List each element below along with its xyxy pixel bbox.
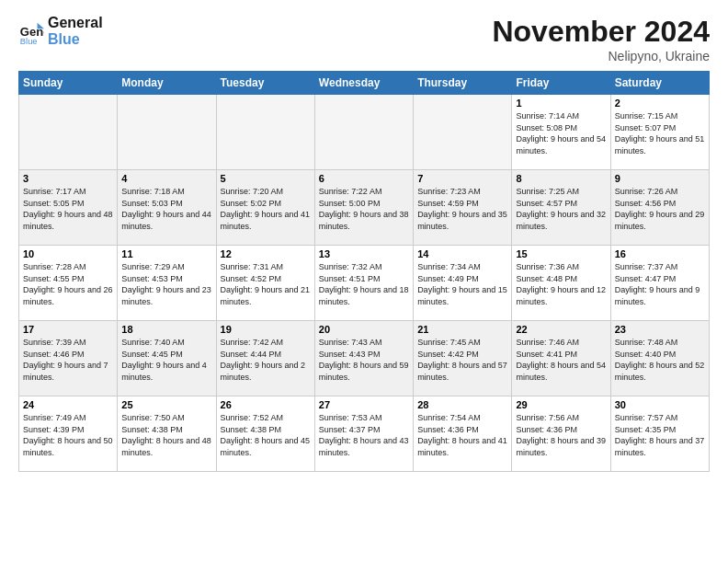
day-number: 30 bbox=[615, 399, 705, 410]
day-number: 5 bbox=[221, 173, 311, 184]
header-row: SundayMondayTuesdayWednesdayThursdayFrid… bbox=[19, 72, 710, 95]
header-saturday: Saturday bbox=[610, 72, 709, 95]
day-number: 7 bbox=[417, 173, 507, 184]
day-info: Sunrise: 7:28 AMSunset: 4:55 PMDaylight:… bbox=[23, 261, 113, 307]
day-cell bbox=[19, 95, 118, 170]
day-number: 13 bbox=[319, 248, 409, 259]
day-number: 21 bbox=[417, 324, 507, 335]
logo-icon: General Blue bbox=[18, 18, 44, 44]
day-cell: 15Sunrise: 7:36 AMSunset: 4:48 PMDayligh… bbox=[512, 246, 610, 321]
day-cell: 10Sunrise: 7:28 AMSunset: 4:55 PMDayligh… bbox=[19, 246, 118, 321]
week-row-2: 10Sunrise: 7:28 AMSunset: 4:55 PMDayligh… bbox=[19, 246, 710, 321]
day-cell: 25Sunrise: 7:50 AMSunset: 4:38 PMDayligh… bbox=[118, 396, 216, 472]
day-cell: 14Sunrise: 7:34 AMSunset: 4:49 PMDayligh… bbox=[414, 246, 512, 321]
day-cell: 21Sunrise: 7:45 AMSunset: 4:42 PMDayligh… bbox=[414, 321, 512, 396]
day-number: 12 bbox=[221, 248, 311, 259]
day-cell: 30Sunrise: 7:57 AMSunset: 4:35 PMDayligh… bbox=[610, 396, 709, 472]
day-cell: 4Sunrise: 7:18 AMSunset: 5:03 PMDaylight… bbox=[118, 170, 216, 246]
title-block: November 2024 Nelipyno, Ukraine bbox=[492, 15, 710, 63]
header-tuesday: Tuesday bbox=[216, 72, 314, 95]
day-info: Sunrise: 7:57 AMSunset: 4:35 PMDaylight:… bbox=[615, 412, 705, 458]
day-cell bbox=[118, 95, 216, 170]
day-number: 3 bbox=[23, 173, 113, 184]
day-info: Sunrise: 7:40 AMSunset: 4:45 PMDaylight:… bbox=[121, 337, 211, 383]
day-info: Sunrise: 7:14 AMSunset: 5:08 PMDaylight:… bbox=[516, 110, 606, 156]
logo-general: General bbox=[48, 15, 103, 31]
day-cell: 26Sunrise: 7:52 AMSunset: 4:38 PMDayligh… bbox=[216, 396, 314, 472]
day-info: Sunrise: 7:46 AMSunset: 4:41 PMDaylight:… bbox=[516, 337, 606, 383]
location: Nelipyno, Ukraine bbox=[492, 49, 710, 63]
day-cell: 24Sunrise: 7:49 AMSunset: 4:39 PMDayligh… bbox=[19, 396, 118, 472]
day-number: 9 bbox=[615, 173, 705, 184]
day-number: 11 bbox=[121, 248, 211, 259]
day-number: 22 bbox=[516, 324, 606, 335]
day-info: Sunrise: 7:39 AMSunset: 4:46 PMDaylight:… bbox=[23, 337, 113, 383]
day-info: Sunrise: 7:56 AMSunset: 4:36 PMDaylight:… bbox=[516, 412, 606, 458]
week-row-1: 3Sunrise: 7:17 AMSunset: 5:05 PMDaylight… bbox=[19, 170, 710, 246]
day-number: 25 bbox=[121, 399, 211, 410]
day-cell bbox=[314, 95, 413, 170]
day-info: Sunrise: 7:25 AMSunset: 4:57 PMDaylight:… bbox=[516, 186, 606, 232]
day-info: Sunrise: 7:32 AMSunset: 4:51 PMDaylight:… bbox=[319, 261, 409, 307]
day-cell: 7Sunrise: 7:23 AMSunset: 4:59 PMDaylight… bbox=[414, 170, 512, 246]
day-info: Sunrise: 7:29 AMSunset: 4:53 PMDaylight:… bbox=[121, 261, 211, 307]
day-cell bbox=[216, 95, 314, 170]
header-thursday: Thursday bbox=[414, 72, 512, 95]
day-number: 17 bbox=[23, 324, 113, 335]
day-number: 1 bbox=[516, 98, 606, 109]
day-cell: 1Sunrise: 7:14 AMSunset: 5:08 PMDaylight… bbox=[512, 95, 610, 170]
week-row-0: 1Sunrise: 7:14 AMSunset: 5:08 PMDaylight… bbox=[19, 95, 710, 170]
day-info: Sunrise: 7:53 AMSunset: 4:37 PMDaylight:… bbox=[319, 412, 409, 458]
header-monday: Monday bbox=[118, 72, 216, 95]
day-info: Sunrise: 7:34 AMSunset: 4:49 PMDaylight:… bbox=[417, 261, 507, 307]
day-number: 23 bbox=[615, 324, 705, 335]
day-number: 19 bbox=[221, 324, 311, 335]
day-number: 2 bbox=[615, 98, 705, 109]
page: General Blue General Blue November 2024 … bbox=[0, 0, 728, 563]
logo-blue: Blue bbox=[48, 31, 103, 48]
day-info: Sunrise: 7:42 AMSunset: 4:44 PMDaylight:… bbox=[221, 337, 311, 383]
day-info: Sunrise: 7:15 AMSunset: 5:07 PMDaylight:… bbox=[615, 110, 705, 156]
day-cell: 9Sunrise: 7:26 AMSunset: 4:56 PMDaylight… bbox=[610, 170, 709, 246]
day-info: Sunrise: 7:49 AMSunset: 4:39 PMDaylight:… bbox=[23, 412, 113, 458]
header: General Blue General Blue November 2024 … bbox=[18, 15, 710, 63]
day-cell: 28Sunrise: 7:54 AMSunset: 4:36 PMDayligh… bbox=[414, 396, 512, 472]
day-cell: 22Sunrise: 7:46 AMSunset: 4:41 PMDayligh… bbox=[512, 321, 610, 396]
day-cell: 12Sunrise: 7:31 AMSunset: 4:52 PMDayligh… bbox=[216, 246, 314, 321]
day-cell: 16Sunrise: 7:37 AMSunset: 4:47 PMDayligh… bbox=[610, 246, 709, 321]
day-number: 15 bbox=[516, 248, 606, 259]
calendar-table: SundayMondayTuesdayWednesdayThursdayFrid… bbox=[18, 71, 710, 472]
header-friday: Friday bbox=[512, 72, 610, 95]
day-number: 14 bbox=[417, 248, 507, 259]
day-cell: 23Sunrise: 7:48 AMSunset: 4:40 PMDayligh… bbox=[610, 321, 709, 396]
day-number: 18 bbox=[121, 324, 211, 335]
day-cell bbox=[414, 95, 512, 170]
day-number: 26 bbox=[221, 399, 311, 410]
day-info: Sunrise: 7:26 AMSunset: 4:56 PMDaylight:… bbox=[615, 186, 705, 232]
day-cell: 13Sunrise: 7:32 AMSunset: 4:51 PMDayligh… bbox=[314, 246, 413, 321]
day-info: Sunrise: 7:20 AMSunset: 5:02 PMDaylight:… bbox=[221, 186, 311, 232]
day-info: Sunrise: 7:48 AMSunset: 4:40 PMDaylight:… bbox=[615, 337, 705, 383]
day-cell: 6Sunrise: 7:22 AMSunset: 5:00 PMDaylight… bbox=[314, 170, 413, 246]
day-number: 8 bbox=[516, 173, 606, 184]
day-cell: 20Sunrise: 7:43 AMSunset: 4:43 PMDayligh… bbox=[314, 321, 413, 396]
day-cell: 3Sunrise: 7:17 AMSunset: 5:05 PMDaylight… bbox=[19, 170, 118, 246]
svg-text:Blue: Blue bbox=[20, 37, 38, 44]
day-info: Sunrise: 7:31 AMSunset: 4:52 PMDaylight:… bbox=[221, 261, 311, 307]
day-number: 6 bbox=[319, 173, 409, 184]
day-number: 16 bbox=[615, 248, 705, 259]
day-cell: 17Sunrise: 7:39 AMSunset: 4:46 PMDayligh… bbox=[19, 321, 118, 396]
day-info: Sunrise: 7:37 AMSunset: 4:47 PMDaylight:… bbox=[615, 261, 705, 307]
day-info: Sunrise: 7:17 AMSunset: 5:05 PMDaylight:… bbox=[23, 186, 113, 232]
day-number: 29 bbox=[516, 399, 606, 410]
day-cell: 19Sunrise: 7:42 AMSunset: 4:44 PMDayligh… bbox=[216, 321, 314, 396]
day-number: 10 bbox=[23, 248, 113, 259]
day-cell: 27Sunrise: 7:53 AMSunset: 4:37 PMDayligh… bbox=[314, 396, 413, 472]
day-info: Sunrise: 7:54 AMSunset: 4:36 PMDaylight:… bbox=[417, 412, 507, 458]
week-row-3: 17Sunrise: 7:39 AMSunset: 4:46 PMDayligh… bbox=[19, 321, 710, 396]
header-wednesday: Wednesday bbox=[314, 72, 413, 95]
day-number: 24 bbox=[23, 399, 113, 410]
day-number: 20 bbox=[319, 324, 409, 335]
day-info: Sunrise: 7:45 AMSunset: 4:42 PMDaylight:… bbox=[417, 337, 507, 383]
day-cell: 18Sunrise: 7:40 AMSunset: 4:45 PMDayligh… bbox=[118, 321, 216, 396]
